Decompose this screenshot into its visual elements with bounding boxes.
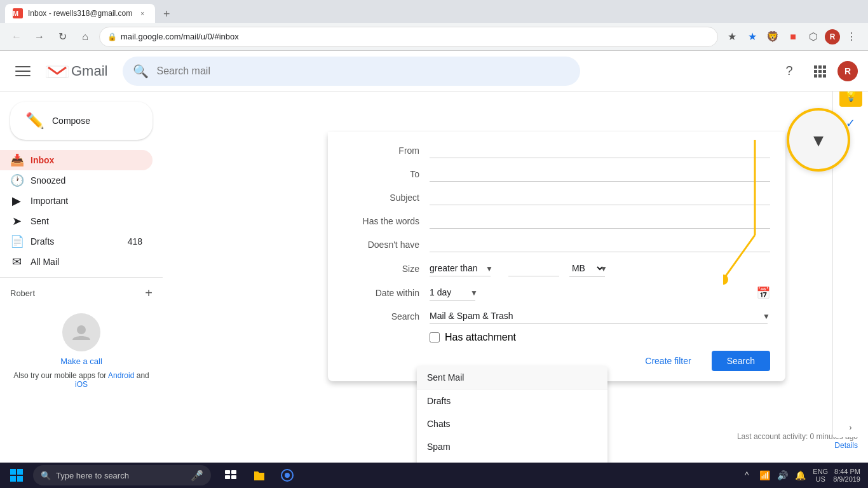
home-btn[interactable]: ⌂	[76, 28, 94, 46]
search-submit-btn[interactable]: Search	[712, 351, 770, 371]
taskbar-clock[interactable]: 8:44 PM 8/9/2019	[833, 468, 860, 483]
lock-icon: 🔒	[107, 32, 117, 41]
extensions-icon[interactable]: ★	[723, 28, 741, 46]
to-label: To	[343, 169, 419, 179]
task-view-btn[interactable]	[219, 463, 244, 488]
sidebar-section-add[interactable]: +	[145, 286, 153, 301]
has-words-label: Has the words	[343, 216, 419, 226]
taskbar: 🔍 Type here to search 🎤 ^ 📶 🔊 🔔 ENG US 8…	[0, 463, 868, 488]
notification-icon[interactable]: 🔔	[792, 468, 808, 483]
dropdown-item-chats[interactable]: Chats	[417, 412, 607, 435]
search-in-label: Search	[343, 311, 419, 322]
search-icon[interactable]: 🔍	[133, 64, 149, 79]
right-panel-expand[interactable]: ›	[850, 423, 852, 432]
drafts-count: 418	[128, 236, 142, 247]
address-text: mail.google.com/mail/u/0/#inbox	[121, 32, 710, 41]
sidebar-item-allmail[interactable]: ✉ All Mail	[0, 252, 153, 272]
chrome-btn[interactable]	[275, 463, 300, 488]
start-button[interactable]	[3, 463, 31, 488]
has-words-row: Has the words	[343, 213, 770, 229]
sidebar-item-sent[interactable]: ➤ Sent	[0, 211, 153, 231]
make-call-link[interactable]: Make a call	[60, 356, 102, 366]
dropdown-item-sent-mail[interactable]: Sent Mail	[417, 366, 607, 390]
browser-tab[interactable]: M Inbox - rewells318@gmail.com ×	[5, 4, 155, 23]
svg-rect-5	[823, 65, 826, 69]
ios-link[interactable]: iOS	[75, 380, 88, 389]
size-label: Size	[343, 264, 419, 274]
subject-row: Subject	[343, 189, 770, 205]
systray-chevron[interactable]: ^	[739, 468, 754, 483]
inbox-icon: 📥	[10, 153, 23, 167]
mobile-apps-text: Also try our mobile apps for Android and…	[10, 371, 153, 389]
svg-rect-7	[818, 70, 822, 73]
create-filter-btn[interactable]: Create filter	[635, 351, 701, 371]
compose-icon: ✏️	[25, 112, 44, 130]
sidebar-item-important[interactable]: ▶ Important	[0, 191, 153, 211]
browser-profile-avatar[interactable]: R	[825, 29, 840, 44]
sidebar-item-snoozed[interactable]: 🕐 Snoozed	[0, 170, 153, 191]
to-input[interactable]	[430, 166, 770, 182]
lang-region: ENG US	[813, 468, 828, 483]
apps-grid-icon[interactable]	[807, 58, 832, 84]
dropdown-item-drafts[interactable]: Drafts	[417, 390, 607, 412]
date-within-label: Date within	[343, 288, 419, 298]
extension2-icon[interactable]: ⬡	[804, 28, 822, 46]
from-input[interactable]	[430, 142, 770, 158]
sidebar-section-robert[interactable]: Robert +	[0, 283, 163, 303]
taskbar-search[interactable]: 🔍 Type here to search 🎤	[33, 465, 211, 485]
svg-rect-6	[814, 70, 817, 73]
network-icon[interactable]: 📶	[757, 468, 772, 483]
content-area: ⚙ From To Subject	[163, 92, 868, 488]
sidebar-section-label: Robert	[10, 288, 35, 298]
dropdown-item-spam[interactable]: Spam	[417, 435, 607, 458]
forward-btn[interactable]: →	[31, 28, 48, 46]
hamburger-menu[interactable]	[10, 58, 36, 84]
brave-icon[interactable]: 🦁	[764, 28, 782, 46]
header-right: ? R	[776, 58, 858, 84]
date-within-select[interactable]: 1 day 3 days 1 week 2 weeks 1 month	[430, 285, 475, 301]
reload-btn[interactable]: ↻	[53, 28, 71, 46]
drafts-icon: 📄	[10, 234, 23, 248]
allmail-icon: ✉	[10, 255, 23, 269]
menu-btn[interactable]: ⋮	[843, 28, 860, 46]
taskbar-pinned-icons	[219, 463, 300, 488]
doesnt-have-label: Doesn't have	[343, 240, 419, 250]
help-icon[interactable]: ?	[776, 58, 802, 84]
tab-close-btn[interactable]: ×	[137, 8, 147, 18]
file-explorer-btn[interactable]	[247, 463, 272, 488]
svg-rect-3	[814, 65, 817, 69]
android-link[interactable]: Android	[108, 371, 134, 380]
bookmark-icon[interactable]: ★	[743, 28, 761, 46]
microphone-icon[interactable]: 🎤	[191, 470, 203, 482]
gmail-search-bar[interactable]: 🔍	[123, 57, 580, 86]
extension1-icon[interactable]: ■	[784, 28, 802, 46]
from-label: From	[343, 146, 419, 156]
doesnt-have-input[interactable]	[430, 236, 770, 252]
size-comparator-select[interactable]: greater than less than	[430, 261, 491, 276]
subject-input[interactable]	[430, 189, 770, 205]
sidebar-item-inbox[interactable]: 📥 Inbox	[0, 150, 153, 170]
has-attachment-checkbox[interactable]	[430, 332, 440, 342]
gmail-logo-text: Gmail	[71, 63, 107, 79]
compose-button[interactable]: ✏️ Compose	[10, 102, 153, 140]
search-input[interactable]	[156, 65, 570, 77]
has-words-input[interactable]	[430, 213, 770, 229]
address-bar[interactable]: 🔒 mail.google.com/mail/u/0/#inbox	[99, 27, 718, 47]
gmail-logo: Gmail	[46, 60, 107, 83]
activity-details-link[interactable]: Details	[834, 441, 858, 450]
subject-label: Subject	[343, 193, 419, 203]
sidebar-divider	[0, 277, 163, 278]
search-filter-panel: From To Subject Has the words	[328, 132, 785, 381]
size-value-input[interactable]	[508, 261, 559, 276]
calendar-icon[interactable]: 📅	[756, 286, 770, 300]
user-avatar[interactable]: R	[837, 61, 858, 81]
annotation-chevron: ▾	[813, 128, 824, 152]
new-tab-btn[interactable]: +	[158, 5, 175, 23]
size-unit-select[interactable]: MB KB Bytes	[569, 260, 605, 277]
sidebar-item-drafts[interactable]: 📄 Drafts 418	[0, 231, 153, 252]
volume-icon[interactable]: 🔊	[775, 468, 790, 483]
search-in-select[interactable]: All Mail Inbox Starred Sent Mail Drafts …	[430, 308, 768, 324]
sidebar-item-label-inbox: Inbox	[31, 155, 142, 165]
back-btn[interactable]: ←	[8, 28, 25, 46]
svg-rect-16	[10, 469, 16, 475]
